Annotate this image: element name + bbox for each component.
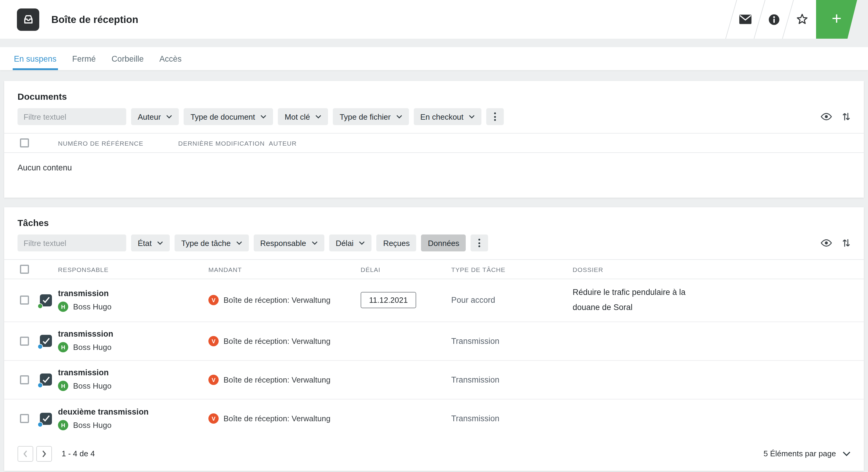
tab-label: Accès [159, 54, 182, 63]
documents-card: Documents AuteurType de documentMot cléT… [4, 81, 864, 198]
row-checkbox[interactable] [20, 414, 29, 423]
plus-icon: + [832, 10, 842, 27]
tasks-toggle-donnees[interactable]: Données [421, 235, 466, 252]
task-title[interactable]: transmission [58, 368, 208, 377]
documents-filter-mot-cle[interactable]: Mot clé [278, 108, 328, 125]
dossier-link[interactable]: Réduire le trafic pendulaire à la douane… [572, 285, 703, 316]
documents-filter-input[interactable] [18, 108, 126, 125]
row-checkbox[interactable] [20, 296, 29, 305]
documents-table-header: NUMÉRO DE RÉFÉRENCEDERNIÈRE MODIFICATION… [4, 133, 864, 153]
documents-actions [820, 112, 850, 121]
avatar: V [208, 295, 219, 305]
task-row[interactable]: transmissionHBoss HugoVBoîte de réceptio… [4, 361, 864, 400]
per-page-label: 5 Éléments par page [764, 449, 836, 459]
next-page-button[interactable] [36, 446, 52, 462]
task-responsable: HBoss Hugo [58, 381, 208, 391]
tasks-filter-type-de-tache[interactable]: Type de tâche [175, 235, 249, 252]
mandant-name: Boîte de réception: Verwaltung [223, 375, 331, 384]
tasks-toggle-recues[interactable]: Reçues [377, 235, 416, 252]
inbox-logo-icon [17, 8, 39, 31]
documents-visibility-icon[interactable] [820, 112, 832, 121]
avatar: H [58, 420, 68, 430]
task-mandant: VBoîte de réception: Verwaltung [208, 375, 361, 385]
task-check-icon [40, 335, 52, 347]
app-header: Boîte de réception [0, 0, 868, 39]
task-row[interactable]: deuxième transmissionHBoss HugoVBoîte de… [4, 400, 864, 438]
tasks-filter-row: ÉtatType de tâcheResponsableDélai Reçues… [4, 235, 864, 252]
mandant-name: Boîte de réception: Verwaltung [223, 336, 331, 346]
chevron-down-icon [311, 241, 317, 245]
documents-empty-text: Aucun contenu [4, 153, 864, 198]
chevron-down-icon [315, 115, 321, 118]
tab-label: Fermé [72, 54, 96, 63]
tasks-pagination: 1 - 4 de 4 5 Éléments par page [4, 438, 864, 471]
responsable-name: Boss Hugo [73, 421, 112, 430]
documents-column-numero-de-reference: NUMÉRO DE RÉFÉRENCE [58, 139, 178, 147]
documents-more-filters-button[interactable] [487, 108, 504, 125]
task-status-dot [37, 344, 43, 350]
tasks-filter-etat[interactable]: État [131, 235, 170, 252]
tasks-actions [820, 238, 850, 248]
chevron-down-icon [396, 115, 402, 118]
tab-bar: En suspensFerméCorbeilleAccès [0, 47, 868, 70]
documents-sort-icon[interactable] [842, 112, 850, 121]
tasks-column-responsable: RESPONSABLE [58, 266, 208, 273]
tab-acces[interactable]: Accès [152, 47, 190, 70]
documents-filter-type-de-fichier[interactable]: Type de fichier [333, 108, 409, 125]
task-title[interactable]: transmission [58, 289, 208, 298]
tasks-filter-responsable[interactable]: Responsable [254, 235, 324, 252]
row-checkbox[interactable] [20, 375, 29, 384]
documents-filter-auteur[interactable]: Auteur [131, 108, 179, 125]
prev-page-button[interactable] [18, 446, 33, 462]
task-type: Transmission [451, 375, 499, 384]
documents-title: Documents [4, 81, 864, 108]
task-title[interactable]: deuxième transmission [58, 407, 208, 416]
tab-en-suspens[interactable]: En suspens [6, 47, 64, 70]
chevron-right-icon [42, 450, 46, 458]
task-title[interactable]: transmisssion [58, 330, 208, 339]
tasks-visibility-icon[interactable] [820, 239, 832, 247]
task-responsable: HBoss Hugo [58, 420, 208, 430]
per-page-select[interactable]: 5 Éléments par page [764, 449, 850, 459]
task-check-icon [40, 413, 52, 425]
chevron-down-icon [261, 115, 267, 118]
documents-filter-en-checkout[interactable]: En checkout [413, 108, 482, 125]
star-icon[interactable] [788, 0, 816, 39]
task-check-icon [40, 294, 52, 306]
tasks-filter-input[interactable] [18, 235, 126, 252]
tab-ferme[interactable]: Fermé [64, 47, 103, 70]
due-date[interactable]: 11.12.2021 [361, 292, 416, 308]
tasks-more-filters-button[interactable] [471, 235, 488, 252]
documents-filter-type-de-document[interactable]: Type de document [184, 108, 273, 125]
documents-filter-row: AuteurType de documentMot cléType de fic… [4, 108, 864, 125]
tasks-table-body: transmissionHBoss HugoVBoîte de réceptio… [4, 279, 864, 438]
task-status-dot [37, 422, 43, 427]
row-checkbox[interactable] [20, 336, 29, 346]
task-check-icon [40, 374, 52, 386]
avatar: V [208, 375, 219, 385]
task-mandant: VBoîte de réception: Verwaltung [208, 336, 361, 346]
tasks-column-type-de-tache: TYPE DE TÂCHE [451, 266, 572, 273]
tasks-filter-delai[interactable]: Délai [329, 235, 371, 252]
task-type: Pour accord [451, 296, 495, 305]
pagination-range: 1 - 4 de 4 [62, 449, 95, 459]
avatar: V [208, 336, 219, 346]
avatar: H [58, 342, 68, 353]
task-row[interactable]: transmisssionHBoss HugoVBoîte de récepti… [4, 322, 864, 361]
task-responsable: HBoss Hugo [58, 342, 208, 353]
task-type: Transmission [451, 414, 499, 423]
chevron-down-icon [157, 241, 163, 245]
chevron-down-icon [359, 241, 365, 245]
responsable-name: Boss Hugo [73, 343, 112, 352]
tasks-sort-icon[interactable] [842, 238, 850, 248]
tab-corbeille[interactable]: Corbeille [103, 47, 152, 70]
documents-select-all-checkbox[interactable] [20, 138, 29, 147]
tab-label: En suspens [14, 54, 57, 63]
chevron-down-icon [469, 115, 475, 118]
task-row[interactable]: transmissionHBoss HugoVBoîte de réceptio… [4, 279, 864, 322]
chevron-down-icon [843, 451, 850, 456]
avatar: V [208, 414, 219, 424]
tasks-title: Tâches [4, 207, 864, 235]
mandant-name: Boîte de réception: Verwaltung [223, 414, 331, 423]
tasks-select-all-checkbox[interactable] [20, 265, 29, 274]
